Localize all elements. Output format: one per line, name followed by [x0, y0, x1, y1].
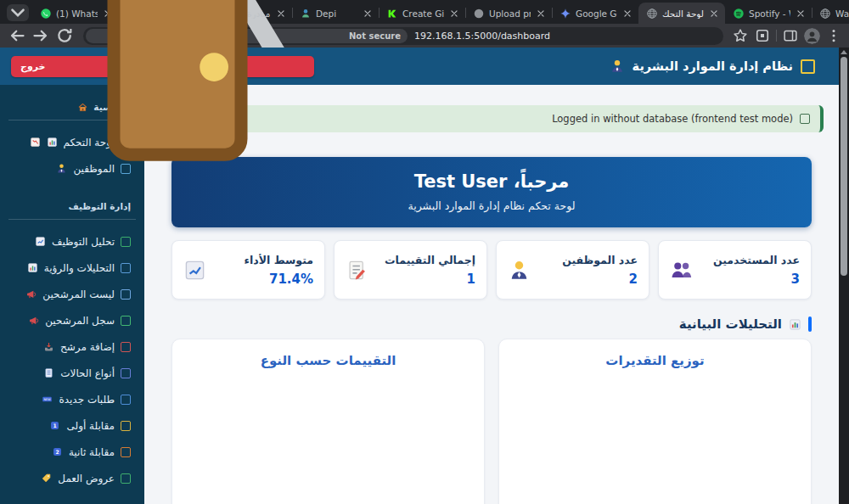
sidebar-item-bullet-icon [121, 473, 131, 484]
svg-text:2: 2 [55, 449, 59, 455]
logout-button[interactable]: خروج [11, 56, 314, 77]
browser-tab[interactable]: Depi [292, 3, 379, 24]
profile-avatar[interactable] [804, 28, 820, 44]
sidebar-item-bullet-icon [121, 421, 131, 431]
chart-down-icon [30, 137, 41, 148]
spotify-favicon-icon [733, 8, 745, 20]
app-title-group: نظام إدارة الموارد البشرية [610, 48, 815, 85]
sidebar-item-bullet-icon [121, 237, 131, 247]
stat-title: عدد الموظفين [562, 254, 638, 266]
accent-bar [808, 316, 812, 332]
stat-value: 71.4% [245, 272, 313, 287]
sidebar-item[interactable]: مقابلة ثانية2 [0, 441, 144, 462]
browser-tab[interactable]: لوحة التحك [638, 3, 725, 24]
analytics-heading: التحليلات البيانية [171, 316, 812, 333]
back-button[interactable] [7, 25, 27, 46]
stat-title: إجمالي التقييمات [385, 254, 475, 266]
tab-close-button[interactable] [362, 8, 374, 20]
stat-text: إجمالي التقييمات1 [385, 254, 475, 287]
person-suit-icon [610, 59, 625, 74]
sidebar-item[interactable]: مقابلة أولى1 [0, 415, 144, 436]
tab-title: لوحة التحك [662, 8, 704, 19]
bookmark-button[interactable] [732, 27, 749, 44]
chevron-down-icon [7, 2, 29, 24]
welcome-subtitle: لوحة تحكم نظام إدارة الموارد البشرية [171, 199, 812, 212]
browser-tab[interactable]: Spotify - W [725, 3, 812, 24]
tab-title: Upload pr [489, 8, 531, 19]
tab-title: Depi [316, 8, 357, 19]
scrollbar-up-arrow[interactable] [841, 50, 847, 54]
page-scrollbar[interactable] [839, 48, 849, 504]
browser-window: (1) WhatsADEPI Studiمبادرة روادDepiCreat… [0, 0, 849, 504]
sidebar-item-label: مقابلة أولى [66, 420, 115, 432]
browser-tab[interactable]: Create Gig [379, 3, 465, 24]
sidebar-item[interactable]: طلبات جديدةNEW [0, 389, 144, 410]
menu-button[interactable] [825, 27, 842, 44]
stat-title: عدد المستخدمين [713, 254, 800, 266]
browser-tab[interactable]: Upload pr [465, 3, 552, 24]
stat-card: متوسط الأداء71.4% [171, 240, 325, 300]
sidebar-item[interactable]: عروض العمل [0, 468, 144, 489]
page-title: نظام إدارة الموارد البشرية [633, 59, 793, 73]
sidebar-item-bullet-icon [121, 289, 131, 300]
sidebar-item-bullet-icon [121, 316, 131, 326]
sidebar-item-bullet-icon [121, 263, 131, 273]
sidebar-item-label: أنواع الحالات [60, 367, 115, 379]
sidebar-item-label: سجل المرشحين [45, 315, 115, 327]
bar-chart-icon [789, 318, 801, 331]
sidebar-item[interactable]: التحليلات والرؤية [0, 257, 144, 278]
tab-close-button[interactable] [448, 8, 460, 20]
tab-close-button[interactable] [535, 8, 547, 20]
info-icon [800, 114, 810, 124]
side-panel-button[interactable] [782, 27, 799, 44]
chart-bars-icon [27, 262, 38, 273]
stat-text: عدد المستخدمين3 [713, 254, 800, 287]
sidebar-item[interactable]: أنواع الحالات [0, 362, 144, 384]
tab-close-button[interactable] [708, 8, 720, 20]
sidebar-item-bullet-icon [121, 368, 131, 378]
toolbar-divider [776, 30, 777, 42]
tab-title: Spotify - W [749, 8, 790, 19]
extensions-button[interactable] [754, 27, 771, 44]
side-panel-icon [782, 27, 799, 44]
kebab-menu-icon [825, 27, 842, 44]
stat-card: عدد المستخدمين3 [658, 240, 812, 300]
app-header: خروج نظام إدارة الموارد البشرية [0, 48, 849, 85]
tab-search-button[interactable] [7, 4, 29, 21]
sidebar-item-label: مقابلة ثانية [69, 446, 115, 458]
tab-title: Create Gig [402, 8, 444, 19]
gemini-favicon-icon [559, 8, 571, 20]
doc-lines-icon [43, 367, 54, 378]
tab-close-button[interactable] [621, 8, 633, 20]
stat-value: 3 [713, 272, 800, 287]
sidebar-item-bullet-icon [121, 342, 131, 352]
stat-card: إجمالي التقييمات1 [334, 240, 487, 300]
door-icon [50, 0, 305, 194]
browser-tab[interactable]: Google Ge [552, 3, 638, 24]
browser-tab[interactable]: Watch [812, 3, 849, 24]
sidebar-item[interactable]: تحليل التوظيف [0, 231, 144, 252]
menu-toggle-icon[interactable] [801, 59, 815, 74]
sidebar-section-header: إدارة التوظيف [0, 199, 144, 213]
stat-text: متوسط الأداء71.4% [245, 254, 313, 287]
avatar-icon [804, 28, 820, 44]
megaphone-icon [28, 315, 39, 326]
extensions-icon [754, 27, 771, 44]
keycap-2-icon: 2 [52, 446, 63, 457]
globe-favicon-icon [646, 8, 658, 20]
tab-close-button[interactable] [795, 8, 807, 20]
toolbar-actions [732, 27, 842, 44]
sidebar-item-label: ليست المرشحين [42, 288, 115, 300]
stats-row: عدد المستخدمين3عدد الموظفين2إجمالي التقي… [171, 240, 812, 300]
chart-card: توزيع التقديرات [498, 339, 812, 504]
keycap-1-icon: 1 [49, 420, 60, 431]
stat-title: متوسط الأداء [245, 254, 313, 266]
sidebar-item[interactable]: سجل المرشحين [0, 310, 144, 331]
forward-button[interactable] [31, 25, 51, 46]
chart-card: التقييمات حسب النوع [171, 339, 485, 504]
scrollbar-thumb[interactable] [841, 57, 847, 276]
sidebar-item[interactable]: إضافة مرشح [0, 336, 144, 357]
stat-value: 1 [385, 272, 475, 287]
sidebar-item[interactable]: ليست المرشحين [0, 283, 144, 305]
chart-up-icon [183, 259, 206, 282]
